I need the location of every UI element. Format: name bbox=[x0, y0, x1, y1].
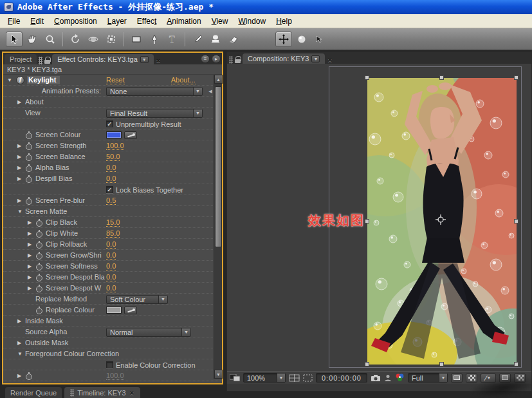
rotation-tool-icon[interactable] bbox=[67, 32, 84, 47]
scroll-down-icon[interactable]: ▼ bbox=[214, 370, 223, 379]
menu-view[interactable]: View bbox=[206, 15, 234, 27]
reset-link[interactable]: Reset bbox=[106, 76, 125, 84]
selected-layer[interactable] bbox=[367, 78, 517, 365]
stopwatch-icon[interactable] bbox=[35, 219, 46, 226]
chevron-down-icon[interactable]: ▼ bbox=[193, 109, 202, 117]
twirl-closed-icon[interactable]: ▶ bbox=[17, 198, 25, 204]
stopwatch-icon[interactable] bbox=[35, 252, 46, 259]
clip-white-value[interactable]: 85.0 bbox=[106, 229, 120, 238]
scroll-up-icon[interactable]: ▲ bbox=[214, 75, 223, 84]
twirl-closed-icon[interactable]: ▶ bbox=[17, 373, 25, 379]
tab-timeline[interactable]: Timeline: KEY3 × bbox=[64, 387, 140, 398]
transparency-grid-icon[interactable] bbox=[466, 374, 477, 383]
screen-balance-value[interactable]: 50.0 bbox=[106, 153, 120, 161]
clip-rollback-value[interactable]: 0.0 bbox=[106, 240, 116, 249]
about-link[interactable]: About... bbox=[171, 76, 196, 84]
panel-menu-icon[interactable]: ▸ bbox=[212, 55, 221, 63]
eyedropper-icon[interactable] bbox=[124, 131, 137, 139]
twirl-closed-icon[interactable]: ▶ bbox=[28, 274, 35, 280]
enable-colour-correction-checkbox[interactable] bbox=[106, 361, 113, 368]
animation-presets-dropdown[interactable]: None▼ bbox=[106, 87, 203, 96]
stopwatch-icon[interactable] bbox=[25, 175, 35, 182]
twirl-open-icon[interactable]: ▼ bbox=[17, 351, 25, 357]
menu-composition[interactable]: Composition bbox=[49, 15, 102, 27]
show-snapshot-icon[interactable] bbox=[384, 374, 392, 382]
twirl-closed-icon[interactable]: ▶ bbox=[17, 143, 25, 149]
eyedropper-icon[interactable] bbox=[124, 307, 137, 314]
menu-help[interactable]: Help bbox=[271, 15, 297, 27]
show-channel-icon[interactable] bbox=[395, 374, 405, 382]
menu-layer[interactable]: Layer bbox=[102, 15, 132, 27]
orbit-camera-tool-icon[interactable] bbox=[85, 32, 102, 47]
mask-shape-tool-icon[interactable] bbox=[128, 32, 145, 47]
safe-zones-icon[interactable] bbox=[289, 374, 300, 382]
alpha-bias-value[interactable]: 0.0 bbox=[106, 164, 116, 172]
panel-grip[interactable] bbox=[39, 57, 42, 64]
unified-camera-tool-icon[interactable] bbox=[103, 32, 120, 47]
hand-tool-icon[interactable] bbox=[24, 32, 41, 47]
twirl-closed-icon[interactable]: ▶ bbox=[17, 176, 25, 182]
screen-strength-value[interactable]: 100.0 bbox=[106, 142, 124, 150]
twirl-closed-icon[interactable]: ▶ bbox=[28, 285, 35, 291]
always-preview-icon[interactable] bbox=[230, 374, 240, 382]
snapshot-camera-icon[interactable] bbox=[371, 374, 381, 382]
twirl-closed-icon[interactable]: ▶ bbox=[28, 242, 35, 247]
stopwatch-icon[interactable] bbox=[25, 153, 35, 160]
twirl-closed-icon[interactable]: ▶ bbox=[28, 220, 35, 225]
stopwatch-icon[interactable] bbox=[35, 285, 46, 292]
target-region-icon[interactable] bbox=[451, 374, 463, 383]
twirl-closed-icon[interactable]: ▶ bbox=[17, 318, 25, 324]
tab-render-queue[interactable]: Render Queue bbox=[5, 387, 62, 398]
previous-preset-icon[interactable]: ◀ bbox=[207, 89, 214, 94]
stopwatch-icon[interactable] bbox=[35, 230, 46, 237]
panel-grip[interactable] bbox=[229, 56, 233, 64]
selection-tool-icon[interactable] bbox=[6, 32, 23, 47]
menu-file[interactable]: File bbox=[3, 15, 25, 27]
axis-mode-local-icon[interactable] bbox=[275, 32, 292, 47]
twirl-closed-icon[interactable]: ▶ bbox=[28, 263, 35, 269]
lock-icon[interactable] bbox=[44, 57, 51, 64]
twirl-closed-icon[interactable]: ▶ bbox=[17, 340, 25, 346]
twirl-closed-icon[interactable]: ▶ bbox=[17, 154, 25, 160]
layer-handle[interactable] bbox=[514, 219, 518, 223]
layer-handle[interactable] bbox=[365, 75, 369, 80]
axis-mode-view-icon[interactable] bbox=[311, 32, 328, 47]
layer-handle[interactable] bbox=[365, 219, 369, 223]
screen-pre-blur-value[interactable]: 0.5 bbox=[106, 196, 116, 205]
clip-black-value[interactable]: 15.0 bbox=[106, 218, 120, 227]
tab-dropdown-icon[interactable]: ▼ bbox=[140, 56, 149, 63]
chevron-down-icon[interactable]: ▼ bbox=[193, 88, 202, 95]
despill-bias-value[interactable]: 0.0 bbox=[106, 175, 116, 183]
stopwatch-icon[interactable] bbox=[35, 263, 46, 270]
stopwatch-icon[interactable] bbox=[25, 197, 35, 204]
effect-name[interactable]: Keylight bbox=[27, 76, 60, 84]
screen-despot-black-value[interactable]: 0.0 bbox=[106, 273, 116, 281]
twirl-open-icon[interactable]: ▼ bbox=[7, 77, 15, 83]
replace-colour-swatch[interactable] bbox=[106, 307, 122, 314]
twirl-closed-icon[interactable]: ▶ bbox=[28, 252, 35, 258]
screen-colour-swatch[interactable] bbox=[106, 131, 122, 138]
lock-icon[interactable] bbox=[235, 56, 241, 64]
panel-options-icon[interactable]: ≡ bbox=[201, 55, 210, 63]
tab-close-icon[interactable]: × bbox=[129, 389, 135, 397]
axis-mode-world-icon[interactable] bbox=[293, 32, 310, 47]
tab-close-icon[interactable]: × bbox=[326, 56, 333, 64]
tab-close-icon[interactable]: × bbox=[155, 57, 161, 64]
scroll-thumb[interactable] bbox=[215, 86, 222, 247]
layer-handle[interactable] bbox=[514, 362, 518, 366]
type-tool-icon[interactable]: T bbox=[164, 32, 181, 47]
chevron-down-icon[interactable]: ▼ bbox=[181, 328, 190, 336]
stopwatch-icon[interactable] bbox=[25, 372, 35, 379]
stopwatch-icon[interactable] bbox=[25, 164, 35, 171]
source-alpha-dropdown[interactable]: Normal▼ bbox=[106, 328, 191, 337]
menu-effect[interactable]: Effect bbox=[132, 15, 161, 27]
layer-handle[interactable] bbox=[365, 362, 369, 366]
resolution-dropdown[interactable]: Full ▼ bbox=[408, 373, 448, 383]
twirl-closed-icon[interactable]: ▶ bbox=[17, 99, 25, 105]
unpremultiply-result-checkbox[interactable]: ✓ bbox=[106, 120, 113, 128]
pen-tool-icon[interactable] bbox=[146, 32, 163, 47]
stopwatch-icon[interactable] bbox=[25, 131, 35, 138]
tab-project[interactable]: Project bbox=[5, 54, 37, 64]
menu-edit[interactable]: Edit bbox=[25, 15, 49, 27]
region-of-interest-icon[interactable] bbox=[303, 374, 313, 382]
